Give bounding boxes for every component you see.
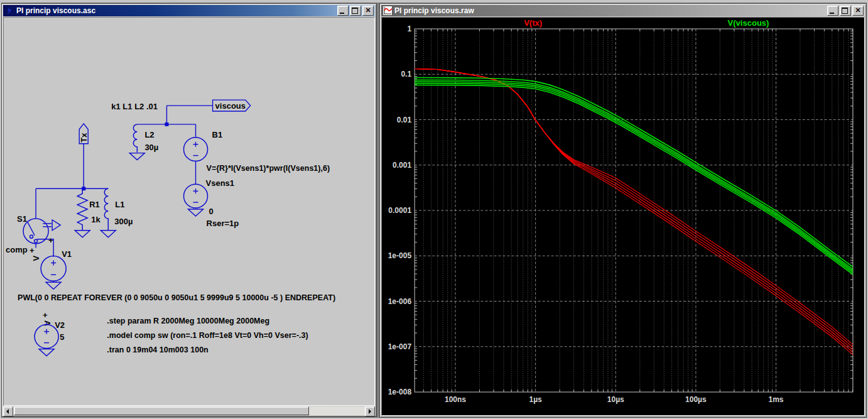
close-button[interactable]: ✕ [362,6,374,16]
svg-text:1e-005: 1e-005 [388,251,412,260]
legend-vtx[interactable]: V(tx) [524,18,542,28]
schematic-titlebar[interactable]: PI princip viscous.asc ✕ [3,5,375,16]
svg-text:Rser=1p: Rser=1p [207,219,239,228]
coupling-directive[interactable]: k1 L1 L2 .01 [111,102,158,111]
schematic-window-title: PI princip viscous.asc [16,6,335,15]
bsource-B1[interactable]: B1 V={R}*I(Vsens1)*pwr(I(Vsens1),6) [183,130,330,173]
svg-text:V1: V1 [62,249,72,259]
svg-text:30µ: 30µ [144,143,158,152]
maximize-icon [352,8,358,14]
schematic-svg: Tx viscous k1 L1 L2 .01 L2 30µ [4,18,374,405]
resistor-R1[interactable]: R1 1k [75,188,100,237]
scroll-left-button[interactable] [3,406,13,416]
svg-text:0.1: 0.1 [401,70,411,79]
waveform-titlebar[interactable]: PI princip viscous.raw ✕ [381,5,865,16]
svg-text:1e-008: 1e-008 [388,388,412,396]
wires [36,106,212,325]
svg-text:S1: S1 [17,214,27,224]
directive-model[interactable]: .model comp sw (ron=.1 Roff=1e8 Vt=0 Vh=… [107,331,308,340]
svg-text:Tx: Tx [79,133,89,143]
v1-pwl-value[interactable]: PWL(0 0 REPEAT FOREVER (0 0 9050u 0 9050… [18,293,335,302]
close-icon: ✕ [853,6,863,14]
svg-text:L1: L1 [115,200,124,209]
waveform-window-title: PI princip viscous.raw [394,6,825,15]
legend-vviscous[interactable]: V(viscous) [728,18,769,28]
polarity-plus-marker: + [43,310,48,320]
horizontal-scrollbar [3,406,375,415]
svg-text:10µs: 10µs [607,395,624,404]
svg-text:0.001: 0.001 [393,161,411,170]
polarity-v-marker: V [31,256,41,261]
directive-step[interactable]: .step param R 2000Meg 10000Meg 2000Meg [107,317,269,325]
minimize-button[interactable] [337,6,349,16]
svg-text:5: 5 [60,332,64,342]
svg-text:V={R}*I(Vsens1)*pwr(I(Vsens1),: V={R}*I(Vsens1)*pwr(I(Vsens1),6) [207,164,330,173]
vsource-V1[interactable]: + V1 [41,236,72,289]
directive-tran[interactable]: .tran 0 19m04 10m003 100n [107,346,208,354]
svg-text:0: 0 [209,207,214,216]
svg-text:0.0001: 0.0001 [388,206,411,215]
scroll-left-icon [6,409,9,414]
waveform-icon [382,6,393,16]
net-flag-tx[interactable]: Tx [79,124,89,144]
plot-traces [415,68,853,354]
scroll-right-icon [369,409,371,414]
svg-text:R1: R1 [89,200,100,209]
svg-text:1ms: 1ms [768,395,783,404]
maximize-button[interactable] [840,6,851,16]
svg-text:100ns: 100ns [445,395,466,404]
inductor-L2[interactable]: L2 30µ [129,124,158,160]
inductor-L1[interactable]: L1 300µ [100,188,133,237]
close-icon: ✕ [363,6,373,14]
vsource-V2[interactable]: + V V2 5 [35,310,65,356]
maximize-button[interactable] [350,6,361,16]
ltspice-schematic-icon [4,6,14,16]
wire-junction [165,122,168,126]
svg-text:0.01: 0.01 [397,116,412,124]
polarity-plus-marker: + [30,246,35,255]
scroll-right-button[interactable] [365,406,375,416]
minimize-icon [340,13,344,14]
vsource-Vsens1[interactable]: Vsens1 0 Rser=1p [183,178,239,228]
svg-text:L2: L2 [144,130,154,139]
minimize-button[interactable] [827,6,838,16]
maximize-icon [842,8,848,14]
svg-text:300µ: 300µ [114,217,133,226]
svg-text:viscous: viscous [215,101,246,111]
svg-text:V2: V2 [55,320,65,330]
close-button[interactable]: ✕ [852,6,864,16]
svg-text:1k: 1k [91,215,100,224]
svg-text:1e-007: 1e-007 [388,342,412,351]
svg-text:B1: B1 [212,130,223,139]
scrollbar-thumb[interactable] [14,406,309,415]
svg-text:1µs: 1µs [529,395,542,404]
minimize-icon [830,13,834,14]
svg-text:100µs: 100µs [685,395,707,404]
schematic-canvas[interactable]: Tx viscous k1 L1 L2 .01 L2 30µ [3,17,375,406]
waveform-svg: 10.10.010.0010.00011e-0051e-0061e-0071e-… [382,18,864,415]
waveform-plot-area[interactable]: 10.10.010.0010.00011e-0051e-0061e-0071e-… [381,17,865,416]
polarity-plus-marker: + [48,236,53,245]
net-flag-viscous[interactable]: viscous [213,100,251,111]
switch-model-label: comp [6,245,28,254]
svg-text:1e-006: 1e-006 [388,297,412,306]
svg-text:Vsens1: Vsens1 [206,178,235,188]
svg-text:1: 1 [407,24,411,33]
waveform-window: PI princip viscous.raw ✕ 10.10.010.0010.… [379,3,867,418]
schematic-window: PI princip viscous.asc ✕ [1,3,377,417]
scrollbar-track[interactable] [13,406,365,415]
